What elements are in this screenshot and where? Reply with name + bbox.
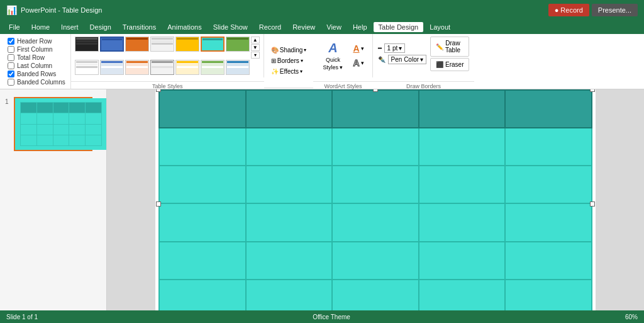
menu-help[interactable]: Help [348,22,372,32]
cell-5-2[interactable] [246,280,333,310]
style-swatch-1[interactable] [75,37,99,52]
slide-thumbnail[interactable] [14,97,92,151]
menu-insert[interactable]: Insert [56,22,84,32]
record-button[interactable]: ● Record [548,4,589,16]
cell-5-5[interactable] [505,280,592,310]
cell-3-2[interactable] [246,203,333,241]
shading-button[interactable]: 🎨 Shading ▾ [268,45,310,55]
banded-columns-option[interactable]: Banded Columns [8,79,65,86]
style-swatch-14[interactable] [226,60,250,75]
last-column-checkbox[interactable] [8,62,14,69]
table-row-2 [159,166,592,203]
cell-3-3[interactable] [332,203,419,241]
handle-top-mid[interactable] [373,89,378,92]
style-swatch-4[interactable] [150,37,174,52]
style-swatch-6[interactable] [201,37,225,52]
canvas-area[interactable] [107,89,644,310]
cell-1-2[interactable] [246,128,333,166]
menu-tabledesign[interactable]: Table Design [374,22,424,32]
menu-review[interactable]: Review [287,22,320,32]
effects-button[interactable]: ✨ Effects ▾ [268,67,310,76]
menu-transitions[interactable]: Transitions [118,22,161,32]
cell-4-1[interactable] [159,242,246,280]
menu-design[interactable]: Design [85,22,116,32]
cell-3-4[interactable] [419,203,506,241]
line-width-dropdown[interactable]: 1 pt ▾ [384,43,406,53]
style-swatch-13[interactable] [201,60,225,75]
style-swatch-9[interactable] [100,60,124,75]
cell-4-3[interactable] [332,242,419,280]
cell-2-3[interactable] [332,166,419,203]
cell-2-5[interactable] [505,166,592,203]
header-cell-2[interactable] [246,90,333,128]
menu-layout[interactable]: Layout [425,22,455,32]
header-cell-5[interactable] [505,90,592,128]
menu-home[interactable]: Home [26,22,55,32]
header-row-option[interactable]: Header Row [8,38,65,45]
cell-2-4[interactable] [419,166,506,203]
style-swatch-12[interactable] [175,60,199,75]
text-outline-button[interactable]: A ▾ [350,57,367,69]
menu-slideshow[interactable]: Slide Show [208,22,253,32]
style-swatch-5[interactable] [175,37,199,52]
cell-4-5[interactable] [505,242,592,280]
draw-table-button[interactable]: ✏️ DrawTable [430,37,469,57]
cell-1-3[interactable] [332,128,419,166]
cell-5-3[interactable] [332,280,419,310]
draw-table-label: DrawTable [445,40,460,54]
menu-file[interactable]: File [4,22,25,32]
last-column-option[interactable]: Last Column [8,62,65,69]
ppt-table-wrapper[interactable] [158,89,592,310]
handle-mid-left[interactable] [156,201,161,207]
header-cell-1[interactable] [159,90,246,128]
table-styles-swatches: ▲ ▼ ▾ [71,34,264,77]
handle-top-right[interactable] [590,89,595,92]
style-swatch-10[interactable] [125,60,149,75]
main-area: 1 [0,89,644,310]
cell-3-5[interactable] [505,203,592,241]
style-swatch-8[interactable] [75,60,99,75]
style-swatch-3[interactable] [125,37,149,52]
scroll-down[interactable]: ▼ [251,44,260,51]
quick-styles-button[interactable]: A Quick Styles ▾ [318,37,347,75]
cell-2-2[interactable] [246,166,333,203]
cell-2-1[interactable] [159,166,246,203]
borders-button[interactable]: ⊞ Borders ▾ [268,56,310,65]
cell-3-1[interactable] [159,203,246,241]
banded-columns-checkbox[interactable] [8,79,14,86]
eraser-button[interactable]: ⬛ Eraser [430,58,469,71]
style-swatch-11[interactable] [150,60,174,75]
text-fill-button[interactable]: A ▾ [350,42,367,55]
handle-top-left[interactable] [156,89,161,92]
main-table[interactable] [158,89,592,310]
handle-mid-right[interactable] [590,201,595,207]
scroll-more[interactable]: ▾ [251,52,260,59]
cell-5-4[interactable] [419,280,506,310]
menu-record[interactable]: Record [254,22,286,32]
style-swatch-7[interactable] [226,37,250,52]
menu-view[interactable]: View [321,22,347,32]
cell-1-1[interactable] [159,128,246,166]
menu-animations[interactable]: Animations [162,22,206,32]
first-column-option[interactable]: First Column [8,46,65,53]
header-cell-4[interactable] [419,90,506,128]
scroll-up[interactable]: ▲ [251,37,260,43]
cell-4-2[interactable] [246,242,333,280]
slide-panel: 1 [0,89,107,310]
header-row-checkbox[interactable] [8,38,14,45]
table-row-4 [159,242,592,280]
banded-rows-option[interactable]: Banded Rows [8,71,65,77]
total-row-checkbox[interactable] [8,54,14,61]
present-button[interactable]: Presente... [592,4,638,16]
total-row-option[interactable]: Total Row [8,54,65,61]
banded-rows-checkbox[interactable] [8,71,14,77]
header-cell-3[interactable] [332,90,419,128]
pen-color-dropdown[interactable]: Pen Color ▾ [388,55,426,64]
scroll-arrows[interactable]: ▲ ▼ ▾ [251,37,260,59]
cell-4-4[interactable] [419,242,506,280]
cell-1-5[interactable] [505,128,592,166]
first-column-checkbox[interactable] [8,46,14,53]
style-swatch-2[interactable] [100,37,124,52]
cell-1-4[interactable] [419,128,506,166]
cell-5-1[interactable] [159,280,246,310]
